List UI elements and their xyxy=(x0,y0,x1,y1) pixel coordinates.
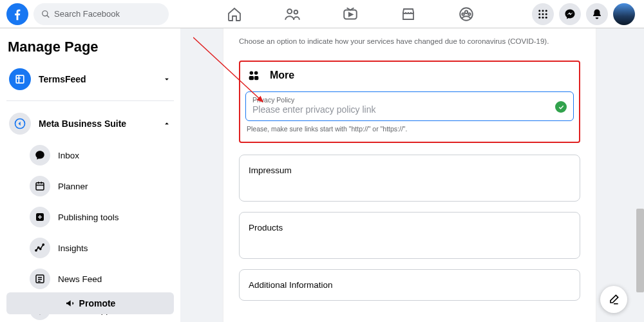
sidebar-item-planner[interactable]: Planner xyxy=(6,171,174,202)
compose-fab[interactable] xyxy=(600,286,627,313)
covid-note: Choose an option to indicate how your se… xyxy=(239,37,580,45)
svg-point-16 xyxy=(542,16,544,18)
page-selector[interactable]: TermsFeed xyxy=(6,64,174,94)
friends-icon[interactable] xyxy=(283,5,302,24)
sidebar-item-newsfeed[interactable]: News Feed xyxy=(6,263,174,294)
messenger-icon[interactable] xyxy=(559,3,581,25)
facebook-logo[interactable] xyxy=(6,3,28,25)
feed-icon xyxy=(30,269,50,289)
svg-point-9 xyxy=(538,10,540,12)
calendar-icon xyxy=(30,176,50,196)
field-label: Privacy Policy xyxy=(252,96,567,104)
sidebar-item-publishing[interactable]: Publishing tools xyxy=(6,202,174,232)
svg-point-15 xyxy=(538,16,540,18)
svg-point-14 xyxy=(545,13,547,15)
svg-point-37 xyxy=(254,71,258,75)
svg-point-7 xyxy=(462,13,464,15)
additional-info-card[interactable]: Additional Information xyxy=(239,269,580,301)
svg-point-29 xyxy=(38,247,39,248)
publish-icon xyxy=(30,207,50,227)
chevron-down-icon xyxy=(162,75,171,84)
sidebar-section-meta[interactable]: Meta Business Suite xyxy=(6,108,174,140)
settings-panel: Choose an option to indicate how your se… xyxy=(223,28,596,322)
svg-point-13 xyxy=(542,13,544,15)
scrollbar-thumb[interactable] xyxy=(636,209,644,292)
megaphone-icon xyxy=(65,298,75,308)
field-hint: Please, make sure links start with "http… xyxy=(247,125,573,133)
svg-line-1 xyxy=(47,15,50,17)
watch-icon[interactable] xyxy=(341,5,360,24)
products-card[interactable]: Products xyxy=(239,212,580,259)
svg-point-36 xyxy=(250,71,254,75)
impressum-card[interactable]: Impressum xyxy=(239,155,580,202)
section-title: Meta Business Suite xyxy=(39,118,126,129)
svg-point-8 xyxy=(468,13,470,15)
svg-point-2 xyxy=(287,9,292,14)
svg-rect-20 xyxy=(19,76,20,82)
svg-rect-21 xyxy=(17,78,21,79)
sidebar: Manage Page TermsFeed Meta Business Suit… xyxy=(0,28,180,322)
svg-point-30 xyxy=(40,248,41,249)
page-name: TermsFeed xyxy=(39,74,86,84)
marketplace-icon[interactable] xyxy=(399,5,418,24)
avatar[interactable] xyxy=(613,3,635,25)
chevron-up-icon xyxy=(162,119,171,128)
page-logo-icon xyxy=(9,68,31,90)
edit-icon xyxy=(607,293,620,306)
svg-point-6 xyxy=(465,10,468,13)
groups-icon[interactable] xyxy=(457,5,476,24)
svg-point-17 xyxy=(545,16,547,18)
chat-icon xyxy=(30,145,50,166)
meta-suite-icon xyxy=(9,113,31,135)
svg-rect-38 xyxy=(249,76,254,80)
svg-rect-19 xyxy=(17,76,23,82)
sidebar-item-inbox[interactable]: Inbox xyxy=(6,140,174,171)
more-section-highlight: More Privacy Policy Please, make sure li… xyxy=(239,61,580,143)
svg-point-28 xyxy=(35,250,37,251)
svg-rect-23 xyxy=(36,183,44,190)
privacy-policy-field[interactable]: Privacy Policy xyxy=(245,91,574,121)
svg-point-3 xyxy=(294,10,298,14)
svg-point-11 xyxy=(545,10,547,12)
svg-rect-39 xyxy=(254,76,258,80)
search-placeholder: Search Facebook xyxy=(54,9,120,19)
home-icon[interactable] xyxy=(225,5,244,24)
svg-point-0 xyxy=(43,10,48,15)
people-icon xyxy=(247,68,261,82)
svg-point-31 xyxy=(43,244,44,245)
svg-point-12 xyxy=(538,13,540,15)
more-title: More xyxy=(270,70,294,81)
notifications-icon[interactable] xyxy=(586,3,608,25)
check-icon xyxy=(555,101,567,113)
menu-grid-icon[interactable] xyxy=(532,3,554,25)
page-title: Manage Page xyxy=(6,39,174,55)
insights-icon xyxy=(30,238,50,258)
search-input[interactable]: Search Facebook xyxy=(33,3,169,25)
promote-button[interactable]: Promote xyxy=(6,292,174,314)
sidebar-item-insights[interactable]: Insights xyxy=(6,232,174,263)
search-icon xyxy=(41,10,50,19)
svg-point-10 xyxy=(542,10,544,12)
privacy-policy-input[interactable] xyxy=(252,104,542,115)
